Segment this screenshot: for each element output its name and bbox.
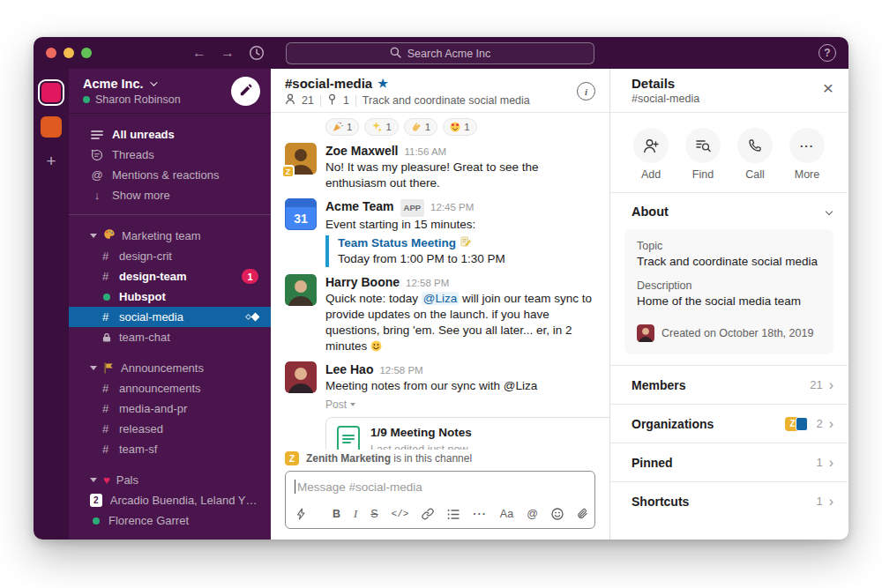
more-actions-button[interactable]: ··· More: [789, 128, 825, 181]
reaction-clap[interactable]: 1: [404, 118, 437, 136]
sidebar-channel-team-sf[interactable]: # team-sf: [69, 439, 271, 459]
call-button[interactable]: Call: [737, 128, 773, 181]
event-link[interactable]: Team Status Meeting: [338, 235, 456, 251]
close-window-button[interactable]: [46, 48, 56, 58]
sidebar: Acme Inc. Sharon Robinson: [69, 69, 271, 540]
sender-name[interactable]: Zoe Maxwell: [325, 143, 398, 159]
timestamp[interactable]: 12:45 PM: [430, 199, 474, 215]
description-label: Description: [637, 279, 821, 292]
post-type-label[interactable]: Post: [325, 397, 595, 413]
sidebar-channel-released[interactable]: # released: [69, 419, 271, 439]
message-input[interactable]: Message #social-media: [286, 472, 594, 502]
description-value[interactable]: Home of the social media team: [637, 294, 821, 308]
file-attachment[interactable]: 1/9 Meeting Notes Last edited just now: [325, 417, 609, 450]
workspace-rail: +: [34, 69, 69, 540]
avatar[interactable]: [285, 274, 317, 306]
section-announcements[interactable]: Announcements: [69, 358, 271, 378]
sidebar-dm-florence[interactable]: Florence Garret: [69, 510, 271, 531]
reaction-heart-eyes[interactable]: 1: [443, 118, 476, 136]
reactions-row: 1 1 1 1: [325, 118, 595, 136]
collapse-icon: [90, 234, 97, 238]
link-button[interactable]: [422, 508, 434, 520]
find-button[interactable]: Find: [685, 128, 721, 181]
reaction-tada[interactable]: 1: [325, 118, 359, 136]
members-row[interactable]: Members 21 ›: [610, 365, 848, 404]
sidebar-item-show-more[interactable]: ↓ Show more: [69, 185, 271, 205]
sender-name[interactable]: Harry Boone: [325, 274, 400, 290]
sidebar-channel-design-crit[interactable]: # design-crit: [69, 246, 271, 266]
sidebar-item-mentions[interactable]: @ Mentions & reactions: [69, 165, 271, 185]
details-panel: Details #social-media × Add Find: [610, 69, 848, 540]
message-composer[interactable]: Message #social-media B I S </>: [285, 471, 595, 529]
avatar[interactable]: [285, 361, 317, 393]
ordered-list-button[interactable]: [447, 509, 460, 520]
close-details-button[interactable]: ×: [823, 78, 833, 97]
topic-value[interactable]: Track and coordinate social media: [637, 255, 821, 268]
avatar[interactable]: Z: [285, 143, 317, 175]
timestamp[interactable]: 12:58 PM: [406, 275, 449, 291]
lock-icon: [102, 332, 111, 343]
mention-button[interactable]: @: [527, 508, 538, 520]
search-input[interactable]: Search Acme Inc: [286, 42, 594, 64]
timestamp[interactable]: 12:58 PM: [379, 362, 422, 378]
emoji-button[interactable]: [551, 508, 564, 520]
sidebar-channel-team-chat[interactable]: team-chat: [69, 327, 271, 347]
add-people-button[interactable]: Add: [633, 128, 669, 181]
shortcuts-row[interactable]: Shortcuts 1 ›: [610, 481, 848, 520]
workspace-icon-secondary[interactable]: [41, 116, 62, 138]
channel-info-button[interactable]: i: [577, 82, 595, 100]
about-section-header[interactable]: About: [610, 192, 848, 227]
sidebar-item-all-unreads[interactable]: All unreads: [69, 124, 271, 145]
sidebar-channel-social-media[interactable]: # social-media: [69, 307, 271, 327]
find-icon: [685, 128, 721, 163]
workspace-icon-acme[interactable]: [38, 79, 64, 106]
traffic-lights: [46, 48, 92, 58]
section-pals[interactable]: ♥ Pals: [69, 470, 271, 490]
add-workspace-button[interactable]: +: [46, 152, 56, 171]
zoom-window-button[interactable]: [81, 48, 92, 58]
history-icon[interactable]: [249, 45, 265, 64]
shortcuts-lightning-icon[interactable]: [296, 508, 306, 520]
organizations-row[interactable]: Organizations Z 2 ›: [610, 404, 848, 443]
strikethrough-button[interactable]: S: [370, 508, 377, 520]
pinned-row[interactable]: Pinned 1 ›: [610, 443, 848, 481]
mention-liza[interactable]: @Liza: [422, 292, 459, 305]
ellipsis-icon: ···: [789, 128, 825, 163]
message-zoe: Z Zoe Maxwell 11:56 AM No! It was my ple…: [285, 143, 595, 191]
chevron-down-icon: [826, 208, 833, 215]
sidebar-channel-announcements[interactable]: # announcements: [69, 378, 271, 398]
bold-button[interactable]: B: [333, 508, 340, 520]
more-formatting-button[interactable]: ···: [473, 508, 487, 520]
sidebar-channel-media-and-pr[interactable]: # media-and-pr: [69, 398, 271, 419]
channel-topic[interactable]: Track and coordinate social media: [363, 94, 530, 107]
search-placeholder: Search Acme Inc: [407, 48, 491, 60]
sidebar-item-threads[interactable]: Threads: [69, 145, 271, 165]
forward-button[interactable]: →: [220, 45, 235, 61]
sidebar-dm-group[interactable]: 2 Arcadio Buendia, Leland Ygle…: [69, 490, 271, 510]
slack-window: ← → Search Acme Inc ? + Acme Inc.: [34, 37, 848, 540]
back-button[interactable]: ←: [192, 45, 206, 61]
member-count[interactable]: 21: [302, 94, 314, 107]
sidebar-channel-design-team[interactable]: # design-team 1: [69, 266, 271, 287]
help-button[interactable]: ?: [818, 44, 836, 62]
section-marketing-team[interactable]: Marketing team: [69, 226, 271, 246]
chevron-right-icon: ›: [829, 495, 833, 509]
sidebar-header: Acme Inc. Sharon Robinson: [69, 69, 271, 114]
starred-icon[interactable]: ★: [377, 77, 388, 90]
text-format-button[interactable]: Aa: [500, 508, 513, 520]
attach-file-button[interactable]: [577, 508, 588, 520]
minimize-window-button[interactable]: [64, 48, 74, 58]
sidebar-dm-hubspot[interactable]: Hubspot: [69, 287, 271, 307]
sender-name[interactable]: Lee Hao: [325, 361, 373, 377]
code-button[interactable]: </>: [392, 509, 409, 519]
compose-button[interactable]: [231, 77, 260, 106]
calendar-avatar[interactable]: 31: [285, 198, 317, 230]
italic-button[interactable]: I: [354, 508, 357, 521]
reaction-sparkles[interactable]: 1: [364, 118, 398, 136]
pinned-count[interactable]: 1: [343, 94, 349, 107]
chevron-right-icon: ›: [829, 417, 833, 431]
titlebar: ← → Search Acme Inc ?: [34, 37, 848, 69]
sender-name[interactable]: Acme Team: [325, 198, 394, 214]
timestamp[interactable]: 11:56 AM: [404, 144, 446, 160]
workspace-menu[interactable]: Acme Inc.: [83, 77, 181, 91]
